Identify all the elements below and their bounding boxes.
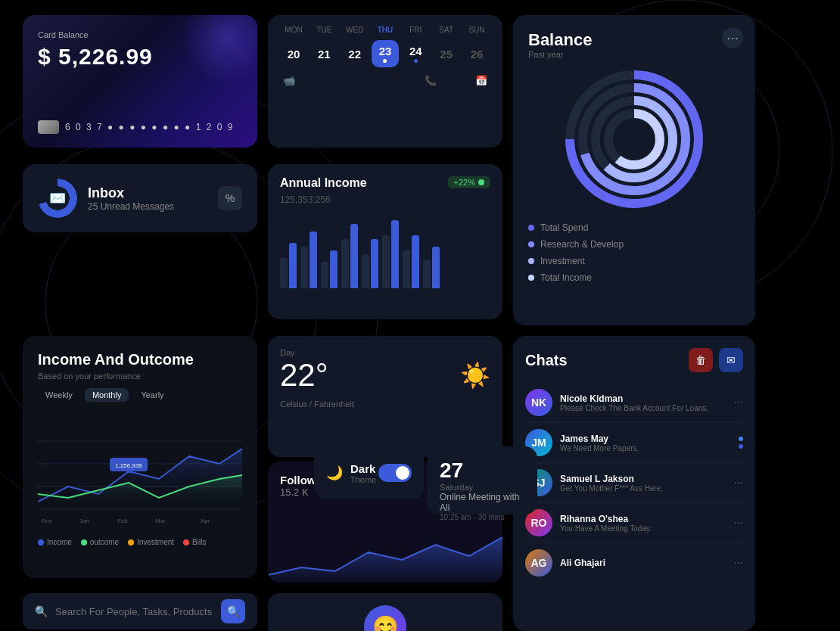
legend-total-income: Total Income xyxy=(528,272,740,283)
legend-outcome-label: outcome xyxy=(90,538,119,546)
inbox-title: Inbox xyxy=(88,185,207,201)
chat-info-samuel: Samuel L Jakson Get You Mother F*** Ass … xyxy=(560,474,726,493)
chat-meta-james xyxy=(739,437,743,449)
cal-day-sat: SAT xyxy=(433,26,460,34)
legend-outcome: outcome xyxy=(81,538,119,546)
chats-delete-button[interactable]: 🗑 xyxy=(689,348,713,372)
cal-date-23[interactable]: 23 xyxy=(372,40,399,67)
svg-text:Feb: Feb xyxy=(117,518,128,524)
chat-name-nicole: Nicole Kidman xyxy=(560,393,726,404)
cal-date-25[interactable]: 25 xyxy=(433,40,460,67)
balance-legend: Total Spend Research & Develop Investmen… xyxy=(528,222,740,283)
inbox-action-button[interactable]: % xyxy=(218,186,242,210)
weather-temperature: 22° xyxy=(280,357,328,393)
cal-date-26[interactable]: 26 xyxy=(463,40,490,67)
dark-mode-toggle[interactable] xyxy=(378,464,412,482)
income-tabs: Weekly Monthly Yearly xyxy=(38,388,242,402)
weather-unit: Celsius / Fahrenheit xyxy=(280,399,490,409)
chat-avatar-ali: AG xyxy=(525,549,552,577)
annual-income-bars xyxy=(280,213,490,288)
annual-income-widget: Annual Income +22% 125,353,256 xyxy=(268,164,502,319)
event-title: Online Meeting with Ali xyxy=(440,492,525,513)
svg-text:Apr: Apr xyxy=(201,518,210,524)
legend-bills-label: Bills xyxy=(192,538,206,546)
inbox-icon-wrap: ✉️ xyxy=(38,179,77,218)
calendar-widget: MON TUE WED THU FRI SAT SUN 20 21 22 23 … xyxy=(268,15,502,148)
legend-investment: Investment xyxy=(128,538,174,546)
dark-mode-label: 🌙 Dark Theme xyxy=(326,462,376,484)
chat-item-ali[interactable]: AG Ali Ghajari ⋯ xyxy=(525,543,743,583)
card-balance-widget: Card Balance $ 5,226.99 6 0 3 7 ● ● ● ● … xyxy=(23,15,257,148)
chat-info-nicole: Nicole Kidman Please Check The Bank Acco… xyxy=(560,393,726,412)
green-dot-icon xyxy=(478,179,484,185)
legend-investment: Investment xyxy=(528,256,740,266)
dark-mode-widget: 🌙 Dark Theme xyxy=(314,446,424,499)
search-bar-widget: 🔍 🔍 xyxy=(23,593,257,629)
chat-item-samuel[interactable]: SJ Samuel L Jakson Get You Mother F*** A… xyxy=(525,463,743,503)
balance-more-button[interactable]: ⋯ xyxy=(722,27,743,48)
legend-investment-label: Investment xyxy=(137,538,174,546)
cal-day-sun: SUN xyxy=(463,26,490,34)
card-number-text: 6 0 3 7 ● ● ● ● ● ● ● ● 1 2 0 9 xyxy=(65,122,234,132)
cal-date-22[interactable]: 22 xyxy=(341,40,369,67)
chats-actions: 🗑 ✉ xyxy=(689,348,743,372)
chat-msg-rihanna: You Have A Meeting Today. xyxy=(560,524,726,533)
chat-meta-rihanna: ⋯ xyxy=(734,518,743,528)
cal-day-wed: WED xyxy=(341,26,369,34)
tab-weekly[interactable]: Weekly xyxy=(38,388,80,402)
tab-yearly[interactable]: Yearly xyxy=(133,388,171,402)
cal-date-21[interactable]: 21 xyxy=(310,40,338,67)
income-legend: Income outcome Investment Bills xyxy=(38,538,242,546)
chat-item-james[interactable]: JM James May We Need More Papers. xyxy=(525,423,743,463)
legend-label-investment: Investment xyxy=(540,256,585,266)
legend-income-label: Income xyxy=(47,538,72,546)
card-balance-amount: $ 5,226.99 xyxy=(38,44,242,70)
chat-more-icon-samuel: ⋯ xyxy=(734,477,743,488)
avatar: 😊 xyxy=(364,605,406,631)
cal-date-20[interactable]: 20 xyxy=(280,40,307,67)
card-balance-label: Card Balance xyxy=(38,30,242,39)
chat-info-ali: Ali Ghajari xyxy=(560,558,726,568)
cal-date-24[interactable]: 24 xyxy=(402,40,429,67)
event-time: 10:25 am - 30 mins xyxy=(440,513,525,521)
search-button[interactable]: 🔍 xyxy=(221,599,245,623)
chat-more-icon-rihanna: ⋯ xyxy=(734,518,743,528)
chat-item-rihanna[interactable]: RO Rihanna O'shea You Have A Meeting Tod… xyxy=(525,503,743,543)
chat-msg-nicole: Please Check The Bank Account For Loans. xyxy=(560,404,726,412)
chat-msg-samuel: Get You Mother F*** Ass Here. xyxy=(560,484,726,493)
annual-income-badge: +22% xyxy=(448,176,490,188)
legend-label-total-income: Total Income xyxy=(540,272,592,283)
tab-monthly[interactable]: Monthly xyxy=(85,388,129,402)
phone-icon: 📞 xyxy=(425,75,437,86)
cal-day-mon: MON xyxy=(280,26,307,34)
inbox-subtitle: 25 Unread Messages xyxy=(88,201,207,212)
chat-name-ali: Ali Ghajari xyxy=(560,558,726,568)
calendar-dates-row: 20 21 22 23 24 25 26 xyxy=(280,40,490,67)
svg-text:Nov: Nov xyxy=(42,518,52,524)
event-widget: 27 Saturday Online Meeting with Ali 10:2… xyxy=(428,446,537,514)
video-icon: 📹 xyxy=(283,75,295,86)
followers-chart xyxy=(268,522,502,583)
annual-income-change: +22% xyxy=(454,178,475,187)
income-chart: 1,256,939 Nov Jan Feb Mar Apr xyxy=(38,411,242,532)
unread-dot2-james xyxy=(739,444,743,449)
search-input[interactable] xyxy=(55,606,213,617)
chat-name-rihanna: Rihanna O'shea xyxy=(560,514,726,524)
event-day: 27 xyxy=(440,458,525,483)
card-chip xyxy=(38,120,59,134)
sun-icon: ☀️ xyxy=(460,361,490,390)
calendar-icon: 📅 xyxy=(475,75,487,86)
chat-more-icon-ali: ⋯ xyxy=(734,558,743,568)
svg-marker-26 xyxy=(268,537,502,583)
income-subtitle: Based on your performance xyxy=(38,371,242,381)
chats-compose-button[interactable]: ✉ xyxy=(719,348,743,372)
weather-main: 22° ☀️ xyxy=(280,357,490,393)
balance-widget: Balance Past year ⋯ Total Spend xyxy=(513,15,755,325)
legend-bills: Bills xyxy=(183,538,206,546)
chat-item-nicole[interactable]: NK Nicole Kidman Please Check The Bank A… xyxy=(525,383,743,423)
chat-more-icon: ⋯ xyxy=(734,397,743,408)
envelope-icon: ✉️ xyxy=(49,190,66,207)
cal-day-thu: THU xyxy=(372,26,399,34)
inbox-widget: ✉️ Inbox 25 Unread Messages % xyxy=(23,164,257,232)
unread-dot-james xyxy=(739,437,743,441)
